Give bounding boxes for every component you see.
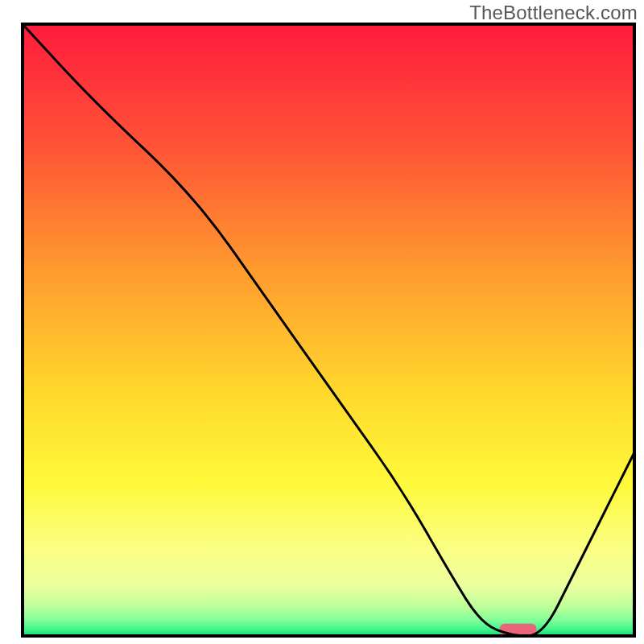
- optimal-marker: [500, 624, 537, 636]
- bottleneck-chart: [0, 0, 644, 644]
- plot-background: [23, 24, 634, 636]
- chart-container: TheBottleneck.com: [0, 0, 644, 644]
